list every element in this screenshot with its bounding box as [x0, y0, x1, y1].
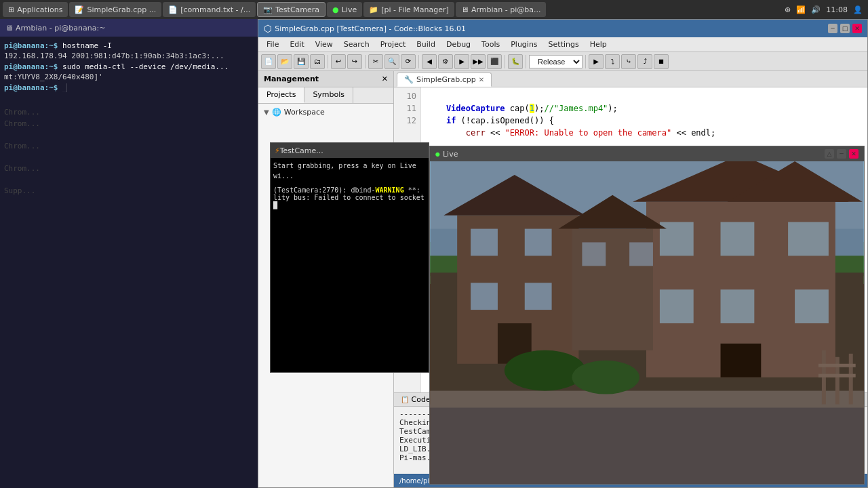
- live-titlebar: ● Live △ ─ ✕: [430, 146, 864, 161]
- toolbar-redo[interactable]: ↪: [347, 54, 362, 69]
- testcam-line-2: (TestCamera:2770): dbind-WARNING **:: [273, 186, 426, 194]
- taskbar-commandtxt[interactable]: 📄 [command.txt - /...: [163, 2, 256, 17]
- ide-title: SimpleGrab.cpp [TestCamera] - Code::Bloc…: [275, 24, 466, 33]
- term-line-2: 192.168.178.94 2001:981:d47b:1:90ab:34b3…: [4, 51, 254, 61]
- testcam-icon: ⚡: [275, 146, 280, 155]
- ide-minimize-button[interactable]: ─: [828, 24, 837, 33]
- toolbar-sep4: [505, 55, 505, 68]
- camera-svg: [430, 161, 864, 484]
- taskbar-apps[interactable]: ⊞ Applications: [3, 2, 68, 17]
- toolbar-run[interactable]: ▶: [454, 54, 469, 69]
- testcam-line-3: lity bus: Failed to connect to socket: [273, 194, 426, 201]
- tab-projects[interactable]: Projects: [258, 87, 304, 103]
- tab-close-button[interactable]: ✕: [479, 76, 484, 83]
- ide-window-controls: ─ □ ✕: [828, 24, 862, 33]
- taskbar-simplegrabo[interactable]: 📝 SimpleGrab.cpp ...: [69, 2, 161, 17]
- toolbar-cut[interactable]: ✂: [368, 54, 383, 69]
- toolbar-save-all[interactable]: 🗂: [310, 54, 325, 69]
- toolbar-find[interactable]: 🔍: [384, 54, 399, 69]
- edit-icon: 📝: [75, 5, 84, 14]
- toolbar-stop[interactable]: ⬛: [487, 54, 502, 69]
- terminal-window: 🖥 Armbian - pi@banana:~ pi@banana:~$ hos…: [0, 19, 258, 488]
- tree-expand-icon: ▼: [264, 108, 269, 116]
- live-title: Live: [443, 150, 458, 159]
- toolbar-next-instruction[interactable]: ⤵: [605, 54, 620, 69]
- taskbar-live[interactable]: ● Live: [327, 2, 362, 17]
- menu-project[interactable]: Project: [375, 39, 412, 50]
- live-icon: ●: [332, 5, 339, 14]
- toolbar-save[interactable]: 💾: [294, 54, 309, 69]
- menu-settings[interactable]: Settings: [543, 39, 585, 50]
- term-line-1: pi@banana:~$ hostname -I: [4, 41, 254, 51]
- user-icon: 👤: [853, 5, 863, 14]
- testcam-title: TestCame...: [280, 146, 323, 155]
- toolbar-debug-run[interactable]: ▶: [589, 54, 604, 69]
- menu-tools[interactable]: Tools: [476, 39, 505, 50]
- toolbar-compile[interactable]: ⚙: [438, 54, 453, 69]
- toolbar-new[interactable]: 📄: [261, 54, 276, 69]
- management-tabs: Projects Symbols: [258, 87, 393, 104]
- toolbar-debug[interactable]: 🐛: [508, 54, 523, 69]
- testcam-cursor: █: [273, 201, 426, 209]
- menu-debug[interactable]: Debug: [441, 39, 476, 50]
- toolbar-step-into[interactable]: ⤷: [621, 54, 636, 69]
- toolbar-undo[interactable]: ↩: [331, 54, 346, 69]
- toolbar-build-run[interactable]: ▶▶: [471, 54, 486, 69]
- term-line-5[interactable]: pi@banana:~$ █: [4, 83, 254, 93]
- menu-build[interactable]: Build: [411, 39, 441, 50]
- menu-help[interactable]: Help: [585, 39, 612, 50]
- live-window-controls: △ ─ ✕: [825, 149, 859, 159]
- menu-plugins[interactable]: Plugins: [505, 39, 542, 50]
- toolbar-sep5: [526, 55, 526, 68]
- live-window: ● Live △ ─ ✕: [429, 146, 865, 485]
- ide-toolbar: 📄 📂 💾 🗂 ↩ ↪ ✂ 🔍 ⟳ ◀ ⚙ ▶ ▶▶ ⬛ 🐛 Release ▶…: [258, 52, 867, 71]
- code-icon: 📋: [401, 396, 409, 403]
- ide-logo: ⬡: [264, 23, 272, 34]
- ide-close-button[interactable]: ✕: [852, 24, 862, 33]
- doc-icon: 📄: [168, 5, 178, 14]
- management-header: Management ✕: [258, 71, 393, 87]
- tab-simplegrabo[interactable]: 🔧 SimpleGrab.cpp ✕: [397, 73, 492, 87]
- ide-menu-bar: File Edit View Search Project Build Debu…: [258, 37, 867, 52]
- camera-icon: 📷: [263, 5, 273, 14]
- live-maximize-button[interactable]: △: [825, 149, 834, 159]
- testcamera-titlebar[interactable]: ⚡ TestCame...: [271, 143, 429, 158]
- menu-search[interactable]: Search: [338, 39, 375, 50]
- live-small-icon: ●: [435, 151, 440, 157]
- tab-symbols[interactable]: Symbols: [304, 87, 353, 103]
- toolbar-replace[interactable]: ⟳: [401, 54, 416, 69]
- live-close-button[interactable]: ✕: [849, 149, 859, 159]
- workspace-label: Workspace: [284, 108, 325, 117]
- tree-workspace[interactable]: ▼ 🌐 Workspace: [261, 106, 391, 118]
- toolbar-open[interactable]: 📂: [277, 54, 292, 69]
- toolbar-sep2: [365, 55, 366, 68]
- toolbar-build-prev[interactable]: ◀: [422, 54, 437, 69]
- editor-tabs: 🔧 SimpleGrab.cpp ✕: [394, 71, 867, 87]
- terminal-titlebar[interactable]: 🖥 Armbian - pi@banana:~: [0, 19, 258, 37]
- terminal-title: Armbian - pi@banana:~: [16, 24, 105, 33]
- terminal-icon: 🖥: [5, 24, 13, 33]
- menu-file[interactable]: File: [261, 39, 284, 50]
- workspace-icon: 🌐: [272, 108, 281, 117]
- menu-view[interactable]: View: [310, 39, 338, 50]
- monitor-icon: 🖥: [461, 5, 469, 14]
- menu-edit[interactable]: Edit: [284, 39, 309, 50]
- taskbar: ⊞ Applications 📝 SimpleGrab.cpp ... 📄 [c…: [0, 0, 868, 19]
- management-close-button[interactable]: ✕: [382, 75, 388, 83]
- testcam-line-1: Start grabbing, press a key on Live wi..…: [273, 161, 426, 181]
- term-line-4: mt:YUYV8_2X8/640x480]': [4, 72, 254, 82]
- toolbar-step-out[interactable]: ⤴: [637, 54, 652, 69]
- taskbar-filemanager[interactable]: 📁 [pi - File Manager]: [363, 2, 454, 17]
- ide-maximize-button[interactable]: □: [840, 24, 850, 33]
- taskbar-testcamera[interactable]: 📷 TestCamera: [257, 2, 326, 17]
- toolbar-sep3: [418, 55, 419, 68]
- cpp-file-icon: 🔧: [404, 75, 414, 84]
- svg-rect-34: [430, 161, 863, 484]
- live-minimize-button[interactable]: ─: [837, 149, 846, 159]
- clock: 11:08: [826, 5, 848, 14]
- toolbar-stop-debug[interactable]: ⏹: [654, 54, 669, 69]
- taskbar-armbian[interactable]: 🖥 Armbian - pi@ba...: [456, 2, 547, 17]
- toolbar-build-config[interactable]: Release: [529, 55, 583, 68]
- terminal-body[interactable]: pi@banana:~$ hostname -I 192.168.178.94 …: [0, 37, 258, 488]
- ide-titlebar: ⬡ SimpleGrab.cpp [TestCamera] - Code::Bl…: [258, 20, 867, 37]
